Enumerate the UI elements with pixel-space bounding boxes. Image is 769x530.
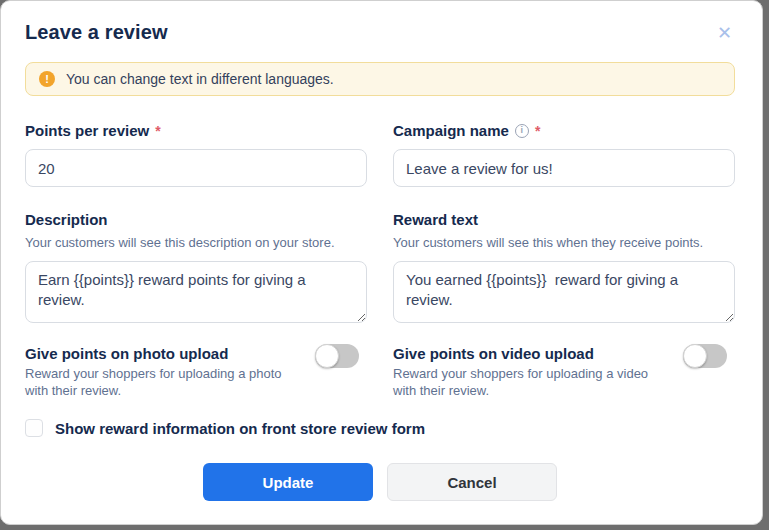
reward-text-field: Reward text Your customers will see this… — [393, 211, 735, 327]
description-textarea[interactable]: Earn {{points}} reward points for giving… — [25, 261, 367, 323]
photo-upload-toggle[interactable] — [315, 344, 359, 368]
warning-icon: ! — [39, 71, 55, 87]
required-asterisk: * — [535, 123, 540, 139]
leave-review-modal: Leave a review ✕ ! You can change text i… — [0, 0, 763, 525]
points-per-review-input[interactable] — [25, 149, 367, 187]
modal-actions: Update Cancel — [25, 463, 735, 501]
info-icon[interactable]: i — [515, 124, 529, 138]
reward-text-textarea[interactable]: You earned {{points}} reward for giving … — [393, 261, 735, 323]
close-icon[interactable]: ✕ — [717, 24, 732, 42]
language-info-banner: ! You can change text in different langu… — [25, 62, 735, 96]
modal-title: Leave a review — [25, 21, 735, 44]
form-row-1: Points per review * Campaign name i * — [25, 122, 735, 187]
required-asterisk: * — [155, 123, 160, 139]
cancel-button[interactable]: Cancel — [387, 463, 557, 501]
video-upload-toggle[interactable] — [683, 344, 727, 368]
toggle-knob — [683, 344, 707, 368]
description-field: Description Your customers will see this… — [25, 211, 367, 327]
description-helper: Your customers will see this description… — [25, 234, 367, 251]
campaign-name-label: Campaign name i * — [393, 122, 735, 139]
modal-header: Leave a review ✕ — [25, 21, 735, 44]
photo-upload-toggle-group: Give points on photo upload Reward your … — [25, 345, 367, 399]
reward-text-label-text: Reward text — [393, 211, 478, 228]
reward-text-label: Reward text — [393, 211, 735, 228]
campaign-name-field: Campaign name i * — [393, 122, 735, 187]
photo-upload-helper: Reward your shoppers for uploading a pho… — [25, 365, 303, 399]
description-label-text: Description — [25, 211, 108, 228]
video-upload-toggle-group: Give points on video upload Reward your … — [393, 345, 735, 399]
video-upload-label: Give points on video upload — [393, 345, 671, 362]
points-per-review-label-text: Points per review — [25, 122, 149, 139]
banner-text: You can change text in different languag… — [66, 71, 334, 87]
reward-text-helper: Your customers will see this when they r… — [393, 234, 735, 251]
campaign-name-label-text: Campaign name — [393, 122, 509, 139]
video-upload-helper: Reward your shoppers for uploading a vid… — [393, 365, 671, 399]
points-per-review-label: Points per review * — [25, 122, 367, 139]
photo-upload-label: Give points on photo upload — [25, 345, 303, 362]
front-store-checkbox-label: Show reward information on front store r… — [55, 420, 425, 437]
front-store-checkbox[interactable] — [25, 419, 43, 437]
points-per-review-field: Points per review * — [25, 122, 367, 187]
toggle-knob — [315, 344, 339, 368]
update-button[interactable]: Update — [203, 463, 373, 501]
form-row-2: Description Your customers will see this… — [25, 211, 735, 327]
front-store-checkbox-row: Show reward information on front store r… — [25, 419, 735, 437]
description-label: Description — [25, 211, 367, 228]
campaign-name-input[interactable] — [393, 149, 735, 187]
form-row-3: Give points on photo upload Reward your … — [25, 345, 735, 399]
